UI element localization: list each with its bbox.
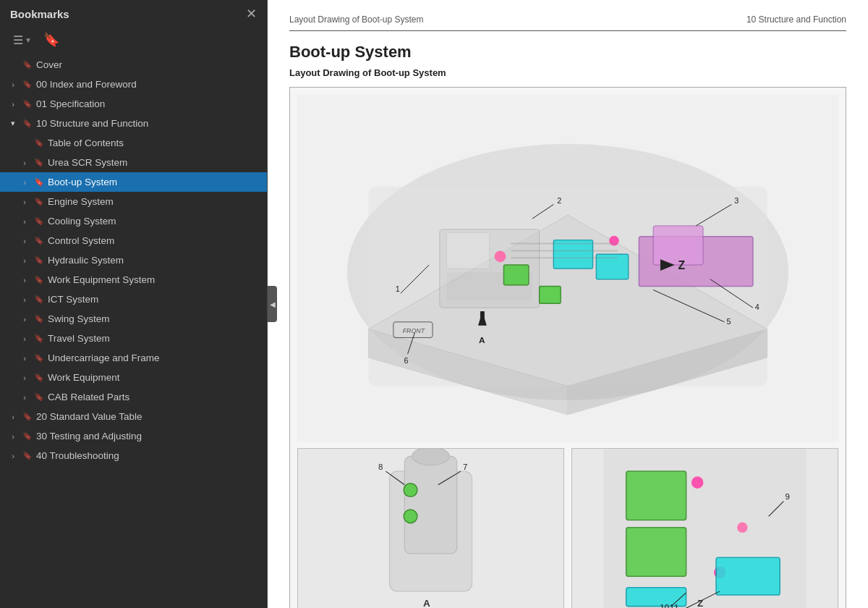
svg-point-14 [495, 250, 506, 262]
bookmark-item-structure[interactable]: ▾🔖10 Structure and Function [0, 114, 267, 133]
svg-text:1: 1 [396, 284, 400, 293]
expand-arrow-bootup[interactable]: › [19, 178, 30, 187]
svg-rect-50 [626, 528, 686, 576]
bookmark-label-workequip_sys: Work Equipment System [48, 274, 261, 285]
diagram-container: Z A FRONT 1 [289, 87, 846, 608]
svg-text:Z: Z [678, 259, 686, 271]
bookmark-icon-std_val: 🔖 [22, 412, 33, 421]
svg-text:4: 4 [755, 303, 760, 311]
svg-rect-12 [503, 265, 528, 285]
bookmark-item-spec[interactable]: ›🔖01 Specification [0, 94, 267, 114]
sidebar: Bookmarks ✕ ☰ ▼ 🔖 🔖Cover›🔖00 Index and F… [0, 0, 268, 608]
bookmark-icon-travel: 🔖 [33, 334, 45, 343]
expand-arrow-engine[interactable]: › [19, 198, 30, 206]
expand-arrow-travel[interactable]: › [19, 334, 30, 343]
sub-diagram-a: 8 7 A [297, 448, 564, 608]
close-icon[interactable]: ✕ [246, 7, 257, 20]
sub-diagrams: 8 7 A [297, 448, 838, 608]
bookmark-item-urea[interactable]: ›🔖Urea SCR System [0, 153, 267, 172]
bookmark-item-bootup[interactable]: ›🔖Boot-up System [0, 172, 267, 192]
bookmark-label-index: 00 Index and Foreword [36, 79, 261, 90]
expand-arrow-swing[interactable]: › [19, 315, 30, 324]
svg-point-52 [692, 476, 704, 489]
bookmark-label-swing: Swing System [48, 313, 261, 324]
bookmark-icon-spec: 🔖 [22, 99, 33, 109]
bookmark-item-travel[interactable]: ›🔖Travel System [0, 329, 267, 348]
bookmark-label-testing: 30 Testing and Adjusting [36, 431, 261, 442]
svg-text:2: 2 [557, 196, 561, 205]
expand-arrow-control[interactable]: › [19, 237, 30, 245]
bookmark-item-index[interactable]: ›🔖00 Index and Foreword [0, 75, 267, 94]
svg-rect-6 [447, 233, 490, 269]
bookmark-icon-index: 🔖 [22, 80, 33, 89]
bookmark-item-workequip_sys[interactable]: ›🔖Work Equipment System [0, 270, 267, 290]
svg-text:3: 3 [734, 196, 739, 205]
bookmark-item-workequip[interactable]: ›🔖Work Equipment [0, 368, 267, 387]
bookmark-label-cooling: Cooling System [48, 216, 261, 227]
bookmark-label-cab: CAB Related Parts [48, 392, 261, 402]
svg-text:Z: Z [697, 598, 703, 608]
bookmark-item-undercarriage[interactable]: ›🔖Undercarriage and Frame [0, 348, 267, 368]
bookmark-label-travel: Travel System [48, 333, 261, 344]
bookmark-label-undercarriage: Undercarriage and Frame [48, 352, 261, 363]
bookmark-item-engine[interactable]: ›🔖Engine System [0, 192, 267, 211]
bookmark-label-troubleshoot: 40 Troubleshooting [36, 450, 261, 461]
bookmark-icon-urea: 🔖 [33, 158, 45, 167]
expand-arrow-undercarriage[interactable]: › [19, 354, 30, 363]
svg-rect-39 [404, 456, 457, 554]
expand-arrow-structure[interactable]: ▾ [7, 119, 19, 128]
bookmark-item-cab[interactable]: ›🔖CAB Related Parts [0, 387, 267, 407]
collapse-sidebar-button[interactable]: ◀ [268, 286, 277, 322]
expand-arrow-index[interactable]: › [7, 80, 19, 89]
bookmark-item-hydraulic[interactable]: ›🔖Hydraulic System [0, 250, 267, 270]
svg-text:7: 7 [463, 463, 467, 471]
page-area: Layout Drawing of Boot-up System 10 Stru… [268, 0, 868, 608]
bookmark-item-toc[interactable]: 🔖Table of Contents [0, 133, 267, 153]
expand-arrow-workequip[interactable]: › [19, 373, 30, 382]
bookmark-label-std_val: 20 Standard Value Table [36, 411, 261, 422]
svg-text:FRONT: FRONT [403, 327, 425, 334]
bookmark-icon-structure: 🔖 [22, 119, 33, 128]
bookmark-icon-hydraulic: 🔖 [33, 256, 45, 265]
bookmark-item-std_val[interactable]: ›🔖20 Standard Value Table [0, 407, 267, 426]
bookmark-list-container[interactable]: 🔖Cover›🔖00 Index and Foreword›🔖01 Specif… [0, 55, 267, 608]
expand-arrow-spec[interactable]: › [7, 100, 19, 109]
main-diagram: Z A FRONT 1 [297, 95, 838, 442]
svg-rect-13 [540, 287, 561, 304]
svg-text:5: 5 [726, 317, 731, 326]
bookmark-icon-workequip: 🔖 [33, 373, 45, 382]
bookmark-item-ict[interactable]: ›🔖ICT System [0, 290, 267, 309]
svg-rect-19 [480, 311, 485, 322]
bookmark-label-bootup: Boot-up System [48, 177, 261, 187]
bookmark-item-control[interactable]: ›🔖Control System [0, 231, 267, 250]
bookmark-item-swing[interactable]: ›🔖Swing System [0, 309, 267, 329]
expand-arrow-ict[interactable]: › [19, 295, 30, 304]
bookmark-item-testing[interactable]: ›🔖30 Testing and Adjusting [0, 426, 267, 446]
expand-arrow-urea[interactable]: › [19, 159, 30, 167]
list-view-button[interactable]: ☰ ▼ [10, 32, 35, 48]
expand-arrow-testing[interactable]: › [7, 432, 19, 441]
bookmark-icon-swing: 🔖 [33, 314, 45, 324]
bookmark-item-cover[interactable]: 🔖Cover [0, 55, 267, 75]
bookmark-icon: 🔖 [43, 32, 59, 48]
bookmark-icon-cover: 🔖 [22, 60, 33, 69]
expand-arrow-workequip_sys[interactable]: › [19, 276, 30, 284]
page-header-left: Layout Drawing of Boot-up System [289, 14, 423, 25]
expand-arrow-hydraulic[interactable]: › [19, 256, 30, 265]
expand-arrow-std_val[interactable]: › [7, 413, 19, 421]
expand-arrow-troubleshoot[interactable]: › [7, 452, 19, 460]
expand-arrow-cab[interactable]: › [19, 393, 30, 402]
bookmark-icon-cooling: 🔖 [33, 216, 45, 226]
bookmark-item-troubleshoot[interactable]: ›🔖40 Troubleshooting [0, 446, 267, 465]
toolbar-row: ☰ ▼ 🔖 [0, 28, 267, 55]
bookmark-item-cooling[interactable]: ›🔖Cooling System [0, 211, 267, 231]
bookmark-icon-button[interactable]: 🔖 [41, 30, 62, 49]
svg-text:A: A [423, 598, 430, 608]
svg-text:11: 11 [670, 603, 679, 608]
expand-arrow-cooling[interactable]: › [19, 217, 30, 226]
svg-rect-49 [626, 471, 686, 520]
doc-title: Boot-up System [289, 43, 846, 62]
svg-rect-10 [553, 240, 592, 269]
list-icon: ☰ [13, 33, 23, 47]
svg-text:9: 9 [785, 492, 789, 501]
